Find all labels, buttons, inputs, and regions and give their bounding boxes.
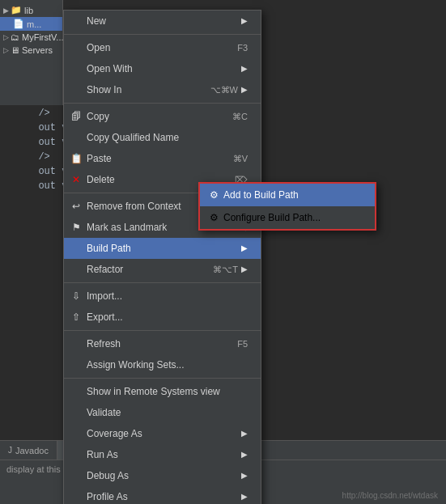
menu-item-assign-working-sets[interactable]: Assign Working Sets... [64, 354, 261, 375]
menu-item-open[interactable]: Open F3 [64, 37, 261, 58]
tree-item-selected[interactable]: 📄 m... [0, 17, 62, 31]
menu-item-show-in[interactable]: Show In ⌥⌘W ▶ [64, 79, 261, 100]
submenu-item-configure-build-path[interactable]: ⚙ Configure Build Path... [200, 206, 375, 229]
folder-icon: 📁 [11, 5, 22, 15]
menu-item-coverage-as[interactable]: Coverage As ▶ [64, 423, 261, 444]
menu-item-build-path[interactable]: Build Path ▶ [64, 238, 261, 259]
export-icon: ⇧ [69, 309, 83, 325]
menu-separator-1 [64, 34, 261, 35]
context-menu: New ▶ Open F3 Open With ▶ Show In ⌥⌘W ▶ … [63, 10, 261, 504]
tree-arrow-servers: ▷ [3, 46, 9, 54]
menu-item-import[interactable]: ⇩ Import... [64, 286, 261, 307]
copy-icon: 🗐 [69, 108, 83, 125]
build-path-submenu: ⚙ Add to Build Path ⚙ Configure Build Pa… [198, 182, 376, 231]
paste-icon: 📋 [69, 150, 83, 167]
menu-item-refresh[interactable]: Refresh F5 [64, 333, 261, 354]
arrow-icon-coverage: ▶ [241, 426, 248, 442]
landmark-icon: ⚑ [69, 219, 83, 235]
arrow-icon-run: ▶ [241, 447, 248, 463]
menu-item-show-remote[interactable]: Show in Remote Systems view [64, 381, 261, 402]
menu-item-profile-as[interactable]: Profile As ▶ [64, 486, 261, 504]
menu-item-new[interactable]: New ▶ [64, 11, 261, 32]
menu-item-copy-qualified[interactable]: Copy Qualified Name [64, 127, 261, 148]
submenu-item-add-build-path[interactable]: ⚙ Add to Build Path [200, 184, 375, 206]
tree-arrow-myfirstv: ▷ [3, 33, 9, 41]
project-icon: 🗂 [11, 32, 19, 42]
arrow-icon-build-path: ▶ [241, 240, 248, 256]
arrow-icon-new: ▶ [241, 13, 248, 29]
configure-build-path-icon: ⚙ [210, 210, 219, 226]
javadoc-icon: J [8, 446, 12, 455]
menu-item-debug-as[interactable]: Debug As ▶ [64, 465, 261, 486]
menu-separator-2 [64, 103, 261, 104]
tree-item-myfirstv[interactable]: ▷ 🗂 MyFirstV... [0, 31, 62, 44]
watermark: http://blog.csdn.net/wtdask [342, 491, 438, 500]
tab-javadoc[interactable]: J Javadoc [0, 441, 57, 460]
tree-item-servers[interactable]: ▷ 🖥 Servers [0, 44, 62, 57]
menu-separator-6 [64, 378, 261, 379]
menu-item-copy[interactable]: 🗐 Copy ⌘C [64, 106, 261, 127]
delete-icon: ✕ [69, 172, 83, 188]
arrow-icon-profile: ▶ [241, 489, 248, 504]
project-tree: ▶ 📁 lib 📄 m... ▷ 🗂 MyFirstV... ▷ 🖥 Serve… [0, 0, 63, 105]
import-icon: ⇩ [69, 288, 83, 304]
menu-item-run-as[interactable]: Run As ▶ [64, 444, 261, 465]
server-icon: 🖥 [11, 45, 19, 55]
menu-item-export[interactable]: ⇧ Export... [64, 307, 261, 328]
tree-arrow-lib: ▶ [3, 6, 9, 15]
menu-separator-5 [64, 330, 261, 331]
menu-separator-4 [64, 282, 261, 283]
menu-item-validate[interactable]: Validate [64, 402, 261, 423]
menu-item-refactor[interactable]: Refactor ⌘⌥T ▶ [64, 259, 261, 280]
tree-item-lib[interactable]: ▶ 📁 lib [0, 3, 62, 17]
menu-item-open-with[interactable]: Open With ▶ [64, 58, 261, 79]
arrow-icon-refactor: ▶ [241, 261, 248, 277]
arrow-icon-debug: ▶ [241, 468, 248, 484]
menu-item-paste[interactable]: 📋 Paste ⌘V [64, 148, 261, 169]
arrow-icon-show-in: ▶ [241, 82, 248, 98]
remove-context-icon: ↩ [69, 198, 83, 214]
arrow-icon-open-with: ▶ [241, 61, 248, 77]
file-icon: 📄 [13, 19, 24, 29]
add-build-path-icon: ⚙ [210, 187, 219, 203]
